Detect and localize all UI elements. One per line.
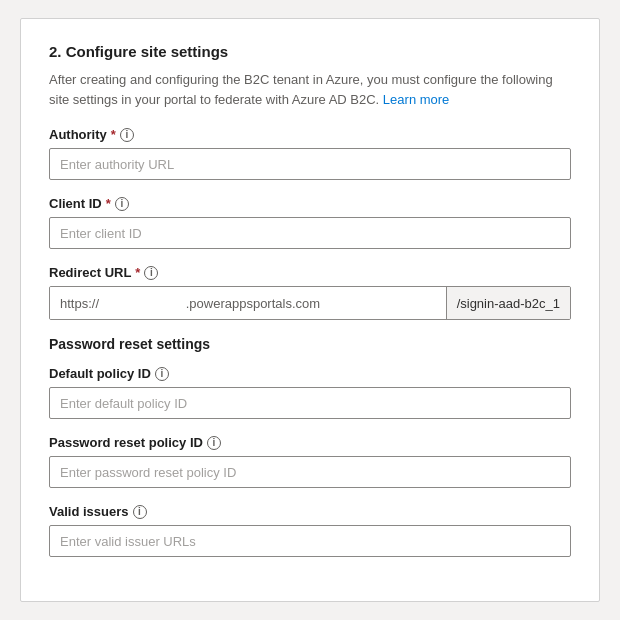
redirect-url-info-icon[interactable]: i bbox=[144, 266, 158, 280]
redirect-url-prefix-input[interactable] bbox=[50, 287, 446, 319]
section-description: After creating and configuring the B2C t… bbox=[49, 70, 571, 109]
password-reset-policy-id-input[interactable] bbox=[49, 456, 571, 488]
redirect-url-suffix: /signin-aad-b2c_1 bbox=[446, 287, 570, 319]
password-reset-policy-id-label: Password reset policy ID i bbox=[49, 435, 571, 450]
default-policy-id-info-icon[interactable]: i bbox=[155, 367, 169, 381]
valid-issuers-field-group: Valid issuers i bbox=[49, 504, 571, 557]
default-policy-id-input[interactable] bbox=[49, 387, 571, 419]
valid-issuers-info-icon[interactable]: i bbox=[133, 505, 147, 519]
authority-field-group: Authority * i bbox=[49, 127, 571, 180]
configure-site-settings-card: 2. Configure site settings After creatin… bbox=[20, 18, 600, 602]
authority-info-icon[interactable]: i bbox=[120, 128, 134, 142]
authority-input[interactable] bbox=[49, 148, 571, 180]
client-id-input[interactable] bbox=[49, 217, 571, 249]
redirect-url-field-group: Redirect URL * i /signin-aad-b2c_1 bbox=[49, 265, 571, 320]
redirect-url-wrapper: /signin-aad-b2c_1 bbox=[49, 286, 571, 320]
redirect-url-required-star: * bbox=[135, 265, 140, 280]
learn-more-link[interactable]: Learn more bbox=[383, 92, 449, 107]
client-id-label: Client ID * i bbox=[49, 196, 571, 211]
redirect-url-label: Redirect URL * i bbox=[49, 265, 571, 280]
client-id-field-group: Client ID * i bbox=[49, 196, 571, 249]
valid-issuers-label: Valid issuers i bbox=[49, 504, 571, 519]
password-reset-section-title: Password reset settings bbox=[49, 336, 571, 352]
default-policy-id-field-group: Default policy ID i bbox=[49, 366, 571, 419]
authority-required-star: * bbox=[111, 127, 116, 142]
password-reset-section: Password reset settings Default policy I… bbox=[49, 336, 571, 557]
default-policy-id-label: Default policy ID i bbox=[49, 366, 571, 381]
section-title: 2. Configure site settings bbox=[49, 43, 571, 60]
valid-issuers-input[interactable] bbox=[49, 525, 571, 557]
client-id-required-star: * bbox=[106, 196, 111, 211]
authority-label: Authority * i bbox=[49, 127, 571, 142]
password-reset-policy-id-info-icon[interactable]: i bbox=[207, 436, 221, 450]
password-reset-policy-id-field-group: Password reset policy ID i bbox=[49, 435, 571, 488]
client-id-info-icon[interactable]: i bbox=[115, 197, 129, 211]
